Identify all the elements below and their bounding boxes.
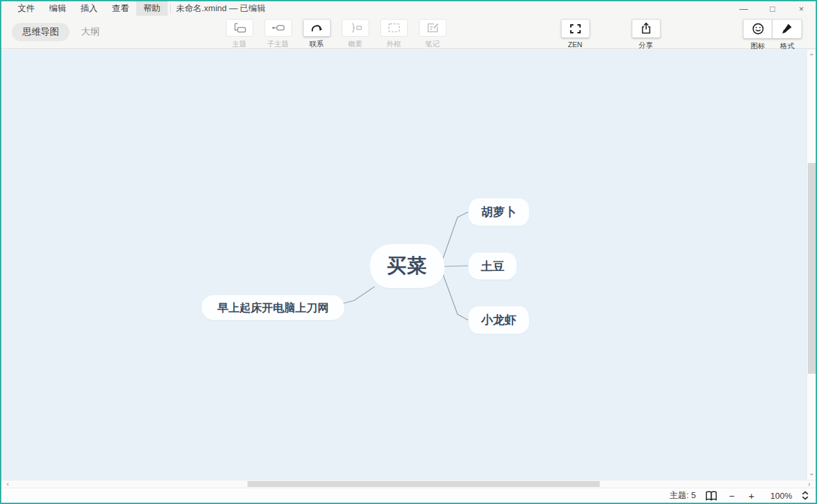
menu-divider <box>170 4 171 13</box>
subtopic-button[interactable]: 子主题 <box>259 19 297 49</box>
subtopic-icon <box>264 19 292 37</box>
fit-zoom-spinner-icon[interactable] <box>801 490 809 501</box>
topic-label: 主题 <box>232 39 247 49</box>
subtopic-label: 子主题 <box>267 39 289 49</box>
zen-button[interactable]: ZEN <box>556 19 594 48</box>
menu-insert[interactable]: 插入 <box>73 1 105 16</box>
scroll-left-arrow-icon[interactable]: ‹ <box>7 480 9 488</box>
notes-icon <box>419 19 446 37</box>
scroll-up-arrow-icon[interactable]: ⌃ <box>808 52 814 61</box>
summary-icon <box>342 19 369 37</box>
menu-help[interactable]: 帮助 <box>136 1 168 16</box>
vertical-scrollbar[interactable]: ⌃ ⌄ <box>807 50 816 480</box>
horizontal-scrollbar[interactable]: ‹ › <box>1 480 816 488</box>
relationship-button[interactable]: 联系 <box>297 19 336 49</box>
toolbar: 思维导图 大纲 主题 子主题 <box>1 16 816 49</box>
boundary-label: 外框 <box>387 39 401 49</box>
format-brush-icon <box>772 19 802 39</box>
topic-icon <box>226 19 253 37</box>
floating-topic[interactable]: 早上起床开电脑上刀网 <box>202 295 344 320</box>
notes-button[interactable]: 笔记 <box>413 19 452 49</box>
relationship-icon <box>303 19 331 37</box>
panel-buttons: 图标 格式 <box>743 19 802 51</box>
topic-tool-group: 主题 子主题 联系 <box>220 19 452 49</box>
summary-label: 概要 <box>348 39 363 49</box>
menu-file[interactable]: 文件 <box>10 1 42 16</box>
child-topic-crayfish[interactable]: 小龙虾 <box>469 306 529 334</box>
statusbar: 主题: 5 − + 100% <box>1 488 816 503</box>
zoom-in-button[interactable]: + <box>746 490 757 501</box>
share-icon <box>632 19 661 38</box>
menu-edit[interactable]: 编辑 <box>42 1 73 16</box>
share-wrap: 分享 <box>626 19 665 50</box>
mindmap-canvas[interactable]: 买菜 胡萝卜 土豆 小龙虾 早上起床开电脑上刀网 <box>1 50 807 480</box>
boundary-icon <box>380 19 408 37</box>
document-title: 未命名.xmind — 已编辑 <box>176 3 266 14</box>
format-panel-button[interactable]: 格式 <box>772 19 802 51</box>
window-controls: — □ × <box>729 1 816 16</box>
maximize-button[interactable]: □ <box>758 1 787 16</box>
topic-count: 主题: 5 <box>670 490 696 501</box>
view-tabs: 思维导图 大纲 <box>12 23 100 41</box>
share-label: 分享 <box>639 41 653 50</box>
map-overview-icon[interactable] <box>705 490 717 501</box>
zoom-level: 100% <box>766 491 792 501</box>
boundary-button[interactable]: 外框 <box>374 19 413 49</box>
icons-panel-button[interactable]: 图标 <box>743 19 772 51</box>
smiley-icon <box>743 19 772 39</box>
menubar: 文件 编辑 插入 查看 帮助 <box>1 1 168 16</box>
zoom-out-button[interactable]: − <box>727 490 737 501</box>
child-topic-carrot[interactable]: 胡萝卜 <box>469 198 529 226</box>
topic-button[interactable]: 主题 <box>220 19 259 49</box>
child-topic-potato[interactable]: 土豆 <box>469 253 517 279</box>
zen-wrap: ZEN <box>556 19 594 48</box>
scroll-right-arrow-icon[interactable]: › <box>808 480 810 488</box>
tab-outline[interactable]: 大纲 <box>81 26 100 38</box>
close-button[interactable]: × <box>787 1 816 16</box>
vertical-scroll-thumb[interactable] <box>808 163 816 374</box>
zen-mode-icon <box>561 19 590 38</box>
menu-view[interactable]: 查看 <box>105 1 136 16</box>
horizontal-scroll-thumb[interactable] <box>247 481 600 487</box>
central-topic[interactable]: 买菜 <box>370 244 445 288</box>
share-button[interactable]: 分享 <box>626 19 665 50</box>
zen-label: ZEN <box>568 41 583 48</box>
scroll-down-arrow-icon[interactable]: ⌄ <box>808 469 814 477</box>
summary-button[interactable]: 概要 <box>336 19 374 49</box>
tab-mindmap[interactable]: 思维导图 <box>12 23 69 41</box>
minimize-button[interactable]: — <box>729 1 758 16</box>
relationship-label: 联系 <box>310 39 324 49</box>
titlebar: 文件 编辑 插入 查看 帮助 未命名.xmind — 已编辑 — □ × <box>1 1 816 16</box>
notes-label: 笔记 <box>426 39 440 49</box>
